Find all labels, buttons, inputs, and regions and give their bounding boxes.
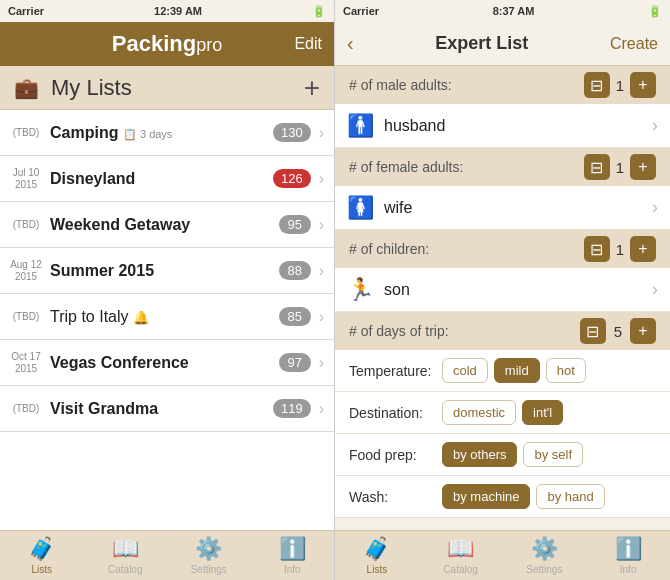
right-nav-item-lists[interactable]: 🧳Lists <box>335 536 419 575</box>
increment-male[interactable]: + <box>630 72 656 98</box>
expert-list-title: Expert List <box>435 33 528 54</box>
edit-button[interactable]: Edit <box>294 35 322 53</box>
list-item-name: Camping 📋 3 days <box>50 124 265 142</box>
option-btn-by-self[interactable]: by self <box>523 442 583 467</box>
decrement-male[interactable]: ⊟ <box>584 72 610 98</box>
list-item[interactable]: Jul 10 2015Disneyland126› <box>0 156 334 202</box>
option-btn-mild[interactable]: mild <box>494 358 540 383</box>
left-header: Packingpro Edit <box>0 22 334 66</box>
right-nav-item-catalog[interactable]: 📖Catalog <box>419 536 503 575</box>
lists-nav-icon: 🧳 <box>28 536 55 562</box>
list-item-date: Jul 10 2015 <box>10 167 42 191</box>
option-row-2: Food prep:by othersby self <box>335 434 670 476</box>
battery-left: 🔋 <box>312 5 326 18</box>
decrement-female[interactable]: ⊟ <box>584 154 610 180</box>
bell-icon: 🔔 <box>133 310 149 325</box>
option-row-3: Wash:by machineby hand <box>335 476 670 518</box>
increment-children[interactable]: + <box>630 236 656 262</box>
option-label-2: Food prep: <box>349 447 434 463</box>
right-nav-item-info[interactable]: ℹ️Info <box>586 536 670 575</box>
carrier-right: Carrier <box>343 5 379 17</box>
list-item-count: 126 <box>273 169 311 188</box>
catalog-right-nav-label: Catalog <box>443 564 477 575</box>
increment-female[interactable]: + <box>630 154 656 180</box>
nav-item-lists[interactable]: 🧳Lists <box>0 536 84 575</box>
chevron-right-icon: › <box>319 262 324 280</box>
list-item-name: Visit Grandma <box>50 400 265 418</box>
son-row[interactable]: 🏃son› <box>335 268 670 312</box>
option-btn-intl[interactable]: int'l <box>522 400 563 425</box>
chevron-right-icon: › <box>319 124 324 142</box>
settings-right-nav-icon: ⚙️ <box>531 536 558 562</box>
list-item-count: 95 <box>279 215 311 234</box>
carrier-left: Carrier <box>8 5 44 17</box>
nav-item-settings[interactable]: ⚙️Settings <box>167 536 251 575</box>
chevron-right-icon: › <box>652 197 658 218</box>
chevron-right-icon: › <box>652 115 658 136</box>
chevron-right-icon: › <box>319 400 324 418</box>
list-item-count: 130 <box>273 123 311 142</box>
option-btn-by-hand[interactable]: by hand <box>536 484 604 509</box>
info-right-nav-icon: ℹ️ <box>615 536 642 562</box>
info-right-nav-label: Info <box>620 564 637 575</box>
app-title: Packingpro <box>112 31 222 57</box>
wife-name: wife <box>384 199 642 217</box>
male-adults-header: # of male adults:⊟1+ <box>335 66 670 104</box>
list-item-date: (TBD) <box>10 311 42 323</box>
lists-right-nav-icon: 🧳 <box>363 536 390 562</box>
time-left: 12:39 AM <box>154 5 202 17</box>
list-item[interactable]: (TBD)Weekend Getaway95› <box>0 202 334 248</box>
info-nav-icon: ℹ️ <box>279 536 306 562</box>
husband-row[interactable]: 🚹husband› <box>335 104 670 148</box>
info-nav-label: Info <box>284 564 301 575</box>
settings-nav-label: Settings <box>191 564 227 575</box>
list-item-count: 97 <box>279 353 311 372</box>
husband-name: husband <box>384 117 642 135</box>
list-item-date: (TBD) <box>10 219 42 231</box>
list-item-count: 88 <box>279 261 311 280</box>
battery-right: 🔋 <box>648 5 662 18</box>
option-btn-by-others[interactable]: by others <box>442 442 517 467</box>
list-item-date: (TBD) <box>10 127 42 139</box>
chevron-right-icon: › <box>319 170 324 188</box>
option-label-1: Destination: <box>349 405 434 421</box>
option-btn-by-machine[interactable]: by machine <box>442 484 530 509</box>
list-item[interactable]: Aug 12 2015Summer 201588› <box>0 248 334 294</box>
settings-nav-icon: ⚙️ <box>195 536 222 562</box>
option-btn-cold[interactable]: cold <box>442 358 488 383</box>
wife-row[interactable]: 🚺wife› <box>335 186 670 230</box>
nav-item-catalog[interactable]: 📖Catalog <box>84 536 168 575</box>
create-button[interactable]: Create <box>610 35 658 53</box>
my-lists-header: 💼 My Lists + <box>0 66 334 110</box>
list-item[interactable]: (TBD)Camping 📋 3 days130› <box>0 110 334 156</box>
increment-days[interactable]: + <box>630 318 656 344</box>
back-button[interactable]: ‹ <box>347 32 354 55</box>
option-row-0: Temperature:coldmildhot <box>335 350 670 392</box>
nav-item-info[interactable]: ℹ️Info <box>251 536 335 575</box>
chevron-right-icon: › <box>319 354 324 372</box>
right-status-bar: Carrier 8:37 AM 🔋 <box>335 0 670 22</box>
list-items: (TBD)Camping 📋 3 days130›Jul 10 2015Disn… <box>0 110 334 530</box>
list-item-date: Aug 12 2015 <box>10 259 42 283</box>
time-right: 8:37 AM <box>493 5 535 17</box>
expert-content: # of male adults:⊟1+🚹husband›# of female… <box>335 66 670 530</box>
list-item[interactable]: (TBD)Trip to Italy 🔔85› <box>0 294 334 340</box>
list-item[interactable]: Oct 17 2015Vegas Conference97› <box>0 340 334 386</box>
left-bottom-nav: 🧳Lists📖Catalog⚙️Settingsℹ️Info <box>0 530 334 580</box>
left-status-bar: Carrier 12:39 AM 🔋 <box>0 0 334 22</box>
list-item-name: Disneyland <box>50 170 265 188</box>
option-btn-domestic[interactable]: domestic <box>442 400 516 425</box>
days-count: 5 <box>614 323 622 340</box>
decrement-children[interactable]: ⊟ <box>584 236 610 262</box>
decrement-days[interactable]: ⊟ <box>580 318 606 344</box>
list-item-count: 119 <box>273 399 311 418</box>
list-item-name: Trip to Italy 🔔 <box>50 308 271 326</box>
my-lists-title: 💼 My Lists <box>14 75 132 101</box>
catalog-nav-icon: 📖 <box>112 536 139 562</box>
add-list-button[interactable]: + <box>304 72 320 104</box>
chevron-right-icon: › <box>319 216 324 234</box>
option-btn-hot[interactable]: hot <box>546 358 586 383</box>
male-person-icon: 🚹 <box>347 113 374 139</box>
list-item[interactable]: (TBD)Visit Grandma119› <box>0 386 334 432</box>
right-nav-item-settings[interactable]: ⚙️Settings <box>503 536 587 575</box>
